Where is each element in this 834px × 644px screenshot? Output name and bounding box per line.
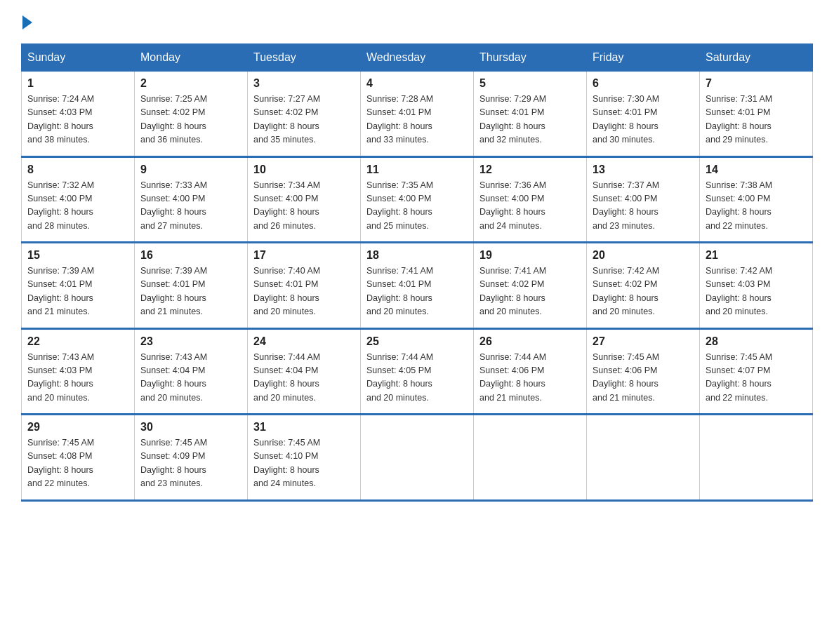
calendar-day-cell: 2 Sunrise: 7:25 AMSunset: 4:02 PMDayligh… — [135, 72, 248, 157]
day-number: 26 — [479, 335, 581, 348]
day-number: 23 — [140, 335, 241, 348]
day-number: 15 — [27, 249, 128, 262]
header-tuesday: Tuesday — [248, 44, 361, 72]
calendar-day-cell: 18 Sunrise: 7:41 AMSunset: 4:01 PMDaylig… — [361, 243, 474, 329]
day-number: 1 — [27, 77, 128, 90]
calendar-day-cell: 20 Sunrise: 7:42 AMSunset: 4:02 PMDaylig… — [587, 243, 700, 329]
calendar-day-cell: 31 Sunrise: 7:45 AMSunset: 4:10 PMDaylig… — [248, 415, 361, 501]
day-info: Sunrise: 7:37 AMSunset: 4:00 PMDaylight:… — [593, 179, 694, 234]
day-info: Sunrise: 7:39 AMSunset: 4:01 PMDaylight:… — [140, 264, 241, 319]
day-info: Sunrise: 7:38 AMSunset: 4:00 PMDaylight:… — [706, 179, 807, 234]
header-saturday: Saturday — [700, 44, 813, 72]
calendar-day-cell — [474, 415, 587, 501]
day-info: Sunrise: 7:44 AMSunset: 4:04 PMDaylight:… — [253, 351, 355, 405]
calendar-week-row: 29 Sunrise: 7:45 AMSunset: 4:08 PMDaylig… — [22, 415, 813, 501]
day-info: Sunrise: 7:34 AMSunset: 4:00 PMDaylight:… — [253, 179, 355, 234]
day-number: 25 — [366, 335, 468, 348]
calendar-day-cell: 7 Sunrise: 7:31 AMSunset: 4:01 PMDayligh… — [700, 72, 813, 157]
calendar-day-cell: 29 Sunrise: 7:45 AMSunset: 4:08 PMDaylig… — [22, 415, 135, 501]
header-friday: Friday — [587, 44, 700, 72]
page-header — [21, 14, 813, 29]
day-info: Sunrise: 7:36 AMSunset: 4:00 PMDaylight:… — [479, 179, 581, 234]
day-info: Sunrise: 7:39 AMSunset: 4:01 PMDaylight:… — [27, 264, 128, 319]
day-info: Sunrise: 7:44 AMSunset: 4:05 PMDaylight:… — [366, 351, 468, 405]
day-info: Sunrise: 7:28 AMSunset: 4:01 PMDaylight:… — [366, 93, 468, 147]
day-number: 9 — [140, 163, 241, 176]
calendar-day-cell — [700, 415, 813, 501]
calendar-day-cell: 8 Sunrise: 7:32 AMSunset: 4:00 PMDayligh… — [22, 156, 135, 243]
day-number: 21 — [706, 249, 807, 262]
day-number: 17 — [253, 249, 355, 262]
day-info: Sunrise: 7:31 AMSunset: 4:01 PMDaylight:… — [706, 93, 807, 147]
header-sunday: Sunday — [22, 44, 135, 72]
day-info: Sunrise: 7:40 AMSunset: 4:01 PMDaylight:… — [253, 264, 355, 319]
day-number: 30 — [140, 421, 241, 434]
day-info: Sunrise: 7:43 AMSunset: 4:03 PMDaylight:… — [27, 351, 128, 405]
day-info: Sunrise: 7:25 AMSunset: 4:02 PMDaylight:… — [140, 93, 241, 147]
day-info: Sunrise: 7:42 AMSunset: 4:02 PMDaylight:… — [593, 264, 694, 319]
day-info: Sunrise: 7:45 AMSunset: 4:06 PMDaylight:… — [593, 351, 694, 405]
calendar-week-row: 1 Sunrise: 7:24 AMSunset: 4:03 PMDayligh… — [22, 72, 813, 157]
day-info: Sunrise: 7:27 AMSunset: 4:02 PMDaylight:… — [253, 93, 355, 147]
day-info: Sunrise: 7:45 AMSunset: 4:09 PMDaylight:… — [140, 436, 241, 491]
calendar-day-cell: 19 Sunrise: 7:41 AMSunset: 4:02 PMDaylig… — [474, 243, 587, 329]
calendar-day-cell — [587, 415, 700, 501]
day-number: 19 — [479, 249, 581, 262]
day-info: Sunrise: 7:45 AMSunset: 4:07 PMDaylight:… — [706, 351, 807, 405]
day-number: 27 — [593, 335, 694, 348]
calendar-day-cell: 27 Sunrise: 7:45 AMSunset: 4:06 PMDaylig… — [587, 328, 700, 415]
day-number: 14 — [706, 163, 807, 176]
day-number: 12 — [479, 163, 581, 176]
calendar-day-cell: 22 Sunrise: 7:43 AMSunset: 4:03 PMDaylig… — [22, 328, 135, 415]
day-number: 6 — [593, 77, 694, 90]
day-info: Sunrise: 7:42 AMSunset: 4:03 PMDaylight:… — [706, 264, 807, 319]
day-info: Sunrise: 7:45 AMSunset: 4:10 PMDaylight:… — [253, 436, 355, 491]
calendar-day-cell: 3 Sunrise: 7:27 AMSunset: 4:02 PMDayligh… — [248, 72, 361, 157]
header-thursday: Thursday — [474, 44, 587, 72]
day-info: Sunrise: 7:41 AMSunset: 4:01 PMDaylight:… — [366, 264, 468, 319]
day-number: 8 — [27, 163, 128, 176]
day-info: Sunrise: 7:24 AMSunset: 4:03 PMDaylight:… — [27, 93, 128, 147]
day-number: 4 — [366, 77, 468, 90]
day-number: 2 — [140, 77, 241, 90]
logo — [21, 14, 32, 29]
day-number: 18 — [366, 249, 468, 262]
header-wednesday: Wednesday — [361, 44, 474, 72]
calendar-week-row: 22 Sunrise: 7:43 AMSunset: 4:03 PMDaylig… — [22, 328, 813, 415]
calendar-day-cell: 23 Sunrise: 7:43 AMSunset: 4:04 PMDaylig… — [135, 328, 248, 415]
day-info: Sunrise: 7:33 AMSunset: 4:00 PMDaylight:… — [140, 179, 241, 234]
day-number: 10 — [253, 163, 355, 176]
calendar-table: Sunday Monday Tuesday Wednesday Thursday… — [21, 43, 813, 502]
calendar-week-row: 8 Sunrise: 7:32 AMSunset: 4:00 PMDayligh… — [22, 156, 813, 243]
day-number: 7 — [706, 77, 807, 90]
day-number: 28 — [706, 335, 807, 348]
day-info: Sunrise: 7:29 AMSunset: 4:01 PMDaylight:… — [479, 93, 581, 147]
day-info: Sunrise: 7:43 AMSunset: 4:04 PMDaylight:… — [140, 351, 241, 405]
day-number: 20 — [593, 249, 694, 262]
day-info: Sunrise: 7:30 AMSunset: 4:01 PMDaylight:… — [593, 93, 694, 147]
weekday-header-row: Sunday Monday Tuesday Wednesday Thursday… — [22, 44, 813, 72]
day-number: 31 — [253, 421, 355, 434]
calendar-day-cell: 16 Sunrise: 7:39 AMSunset: 4:01 PMDaylig… — [135, 243, 248, 329]
calendar-day-cell: 13 Sunrise: 7:37 AMSunset: 4:00 PMDaylig… — [587, 156, 700, 243]
day-number: 16 — [140, 249, 241, 262]
calendar-day-cell: 15 Sunrise: 7:39 AMSunset: 4:01 PMDaylig… — [22, 243, 135, 329]
calendar-day-cell: 5 Sunrise: 7:29 AMSunset: 4:01 PMDayligh… — [474, 72, 587, 157]
logo-triangle-icon — [22, 15, 32, 29]
day-number: 3 — [253, 77, 355, 90]
day-info: Sunrise: 7:32 AMSunset: 4:00 PMDaylight:… — [27, 179, 128, 234]
day-info: Sunrise: 7:35 AMSunset: 4:00 PMDaylight:… — [366, 179, 468, 234]
calendar-day-cell: 6 Sunrise: 7:30 AMSunset: 4:01 PMDayligh… — [587, 72, 700, 157]
calendar-day-cell: 26 Sunrise: 7:44 AMSunset: 4:06 PMDaylig… — [474, 328, 587, 415]
calendar-day-cell: 14 Sunrise: 7:38 AMSunset: 4:00 PMDaylig… — [700, 156, 813, 243]
day-info: Sunrise: 7:44 AMSunset: 4:06 PMDaylight:… — [479, 351, 581, 405]
header-monday: Monday — [135, 44, 248, 72]
day-number: 29 — [27, 421, 128, 434]
calendar-day-cell: 10 Sunrise: 7:34 AMSunset: 4:00 PMDaylig… — [248, 156, 361, 243]
calendar-day-cell: 21 Sunrise: 7:42 AMSunset: 4:03 PMDaylig… — [700, 243, 813, 329]
day-number: 22 — [27, 335, 128, 348]
calendar-day-cell: 1 Sunrise: 7:24 AMSunset: 4:03 PMDayligh… — [22, 72, 135, 157]
calendar-day-cell: 17 Sunrise: 7:40 AMSunset: 4:01 PMDaylig… — [248, 243, 361, 329]
calendar-day-cell: 30 Sunrise: 7:45 AMSunset: 4:09 PMDaylig… — [135, 415, 248, 501]
calendar-day-cell: 11 Sunrise: 7:35 AMSunset: 4:00 PMDaylig… — [361, 156, 474, 243]
